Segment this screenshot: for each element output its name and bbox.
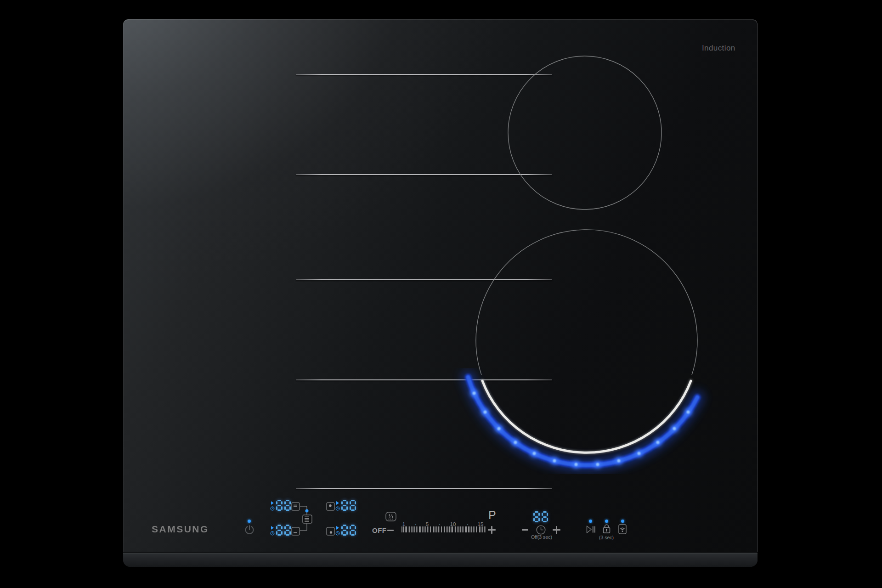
- zone-display: [276, 525, 291, 536]
- power-slider-track[interactable]: [401, 526, 486, 532]
- timer-play-indicator: [336, 526, 339, 530]
- seven-segment-digit: [533, 511, 540, 522]
- zone-display: [276, 500, 291, 511]
- flex-zone-line: [296, 279, 552, 280]
- mini-clock-icon: [270, 506, 275, 511]
- slider-scale-label: 10: [450, 521, 456, 527]
- zone-dot-front-icon: [326, 527, 335, 536]
- timer-hold-label: Off(3 sec): [531, 534, 552, 540]
- lock-hold-label: (3 sec): [599, 535, 614, 540]
- slider-scale-label: 5: [426, 521, 429, 527]
- zone-display: [341, 500, 356, 511]
- mini-clock-icon: [335, 506, 340, 511]
- pause-resume-icon[interactable]: [586, 525, 596, 534]
- timer-clock-icon[interactable]: [536, 525, 546, 535]
- power-boost-key[interactable]: P: [488, 509, 496, 522]
- flex-zone-line: [296, 488, 552, 489]
- power-icon[interactable]: [243, 524, 255, 536]
- slider-scale-dot: ·: [415, 520, 417, 527]
- mini-clock-icon: [335, 531, 340, 536]
- flex-zone-line: [296, 174, 552, 175]
- timer-play-indicator: [271, 501, 274, 505]
- keep-warm-icon[interactable]: [385, 512, 396, 521]
- power-indicator-dot: [248, 520, 251, 523]
- seven-segment-digit: [284, 500, 291, 511]
- timer-play-indicator: [271, 526, 274, 530]
- pause-indicator-dot: [589, 520, 592, 523]
- lock-indicator-dot: [605, 520, 608, 523]
- seven-segment-digit: [341, 500, 348, 511]
- zone-key-left-front[interactable]: [270, 525, 291, 536]
- seven-segment-digit: [350, 500, 356, 511]
- timer-display: [533, 511, 548, 522]
- flex-zone-line: [296, 379, 552, 380]
- lock-icon[interactable]: [602, 523, 611, 534]
- induction-label: Induction: [702, 44, 735, 53]
- timer-play-indicator: [336, 501, 339, 505]
- zone-key-right-front[interactable]: [335, 525, 356, 536]
- seven-segment-digit: [350, 525, 356, 536]
- flex-zone-line: [296, 74, 552, 75]
- front-bezel-trim: [123, 552, 758, 567]
- slider-off-label: OFF: [372, 526, 387, 534]
- slider-scale-dot: ·: [467, 520, 469, 527]
- slider-scale-label: 15: [478, 521, 484, 527]
- smart-indicator-dot: [621, 520, 624, 523]
- timer-plus-key[interactable]: [553, 526, 560, 534]
- seven-segment-digit: [284, 525, 291, 536]
- slider-plus-key[interactable]: [488, 526, 496, 534]
- seven-segment-digit: [542, 511, 548, 522]
- slider-scale-label: 1: [402, 521, 405, 527]
- cooktop-surface: [123, 19, 758, 567]
- mini-clock-icon: [270, 531, 275, 536]
- timer-minus-key[interactable]: [522, 529, 528, 531]
- zone-dot-rear-icon: [326, 502, 335, 511]
- samsung-logo: SAMSUNG: [152, 524, 209, 535]
- slider-scale-dot: ·: [439, 520, 441, 527]
- flex-link-indicator-dot: [305, 509, 309, 513]
- flex-zone-link-icon[interactable]: [302, 514, 312, 524]
- seven-segment-digit: [276, 525, 283, 536]
- seven-segment-digit: [341, 525, 348, 536]
- seven-segment-digit: [276, 500, 283, 511]
- zone-key-left-rear[interactable]: [270, 500, 291, 511]
- slider-minus-key[interactable]: [387, 530, 394, 531]
- zone-key-right-rear[interactable]: [335, 500, 356, 511]
- zone-rect-front-icon: [291, 527, 300, 536]
- product-photo-background: Induction SAMSUNG: [0, 0, 882, 588]
- smart-connect-icon[interactable]: [618, 524, 627, 534]
- zone-display: [341, 525, 356, 536]
